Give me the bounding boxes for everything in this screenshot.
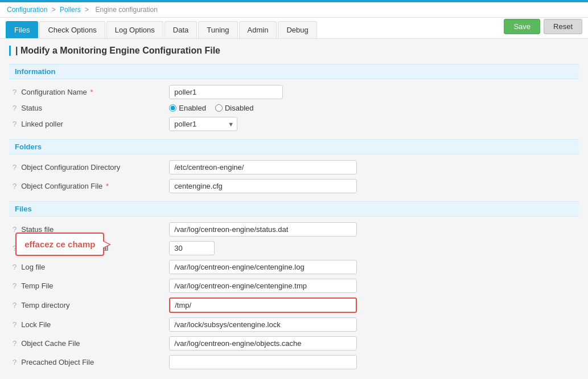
section-files-header: Files (9, 201, 579, 217)
input-config-name[interactable] (169, 85, 283, 99)
row-status: ? Status Enabled Disabled (9, 104, 579, 112)
row-config-name: ? Configuration Name * (9, 85, 579, 99)
tab-check-options[interactable]: Check Options (39, 21, 105, 38)
label-linked-poller: Linked poller (21, 120, 169, 128)
help-icon-log-file: ? (13, 263, 17, 271)
row-obj-config-file: ? Object Configuration File * (9, 179, 579, 193)
row-precached-object-file: ? Precached Object File (9, 355, 579, 369)
breadcrumb-configuration[interactable]: Configuration (7, 6, 47, 14)
row-temp-directory: ? Temp directory (9, 298, 579, 313)
label-temp-file: Temp File (21, 282, 169, 290)
section-files: Files ? Status file ? Status File Update… (9, 201, 579, 369)
page-title: | Modify a Monitoring Engine Configurati… (9, 46, 579, 56)
label-precached-object-file: Precached Object File (21, 358, 169, 366)
radio-disabled-input[interactable] (215, 104, 223, 112)
breadcrumb-pollers[interactable]: Pollers (60, 6, 81, 14)
status-radio-group: Enabled Disabled (169, 104, 253, 112)
radio-disabled[interactable]: Disabled (215, 104, 254, 112)
input-status-file[interactable] (169, 222, 357, 237)
tab-files[interactable]: Files (6, 21, 38, 38)
help-icon-config-name: ? (13, 88, 17, 96)
tabs: Files Check Options Log Options Data Tun… (6, 18, 317, 38)
radio-enabled[interactable]: Enabled (169, 104, 206, 112)
section-information: Information ? Configuration Name * ? Sta… (9, 64, 579, 131)
breadcrumb: Configuration > Pollers > Engine configu… (0, 2, 588, 18)
linked-poller-wrapper: poller1 ▼ (169, 117, 237, 131)
input-obj-config-file[interactable] (169, 179, 357, 193)
row-lock-file: ? Lock File (9, 317, 579, 332)
input-status-update-interval[interactable] (169, 241, 215, 255)
row-object-cache-file: ? Object Cache File (9, 336, 579, 351)
breadcrumb-sep2: > (85, 6, 91, 14)
select-linked-poller[interactable]: poller1 (169, 117, 237, 131)
tab-tuning[interactable]: Tuning (198, 21, 237, 38)
help-icon-lock-file: ? (13, 320, 17, 329)
tab-actions: Save Reset (504, 19, 582, 38)
reset-button[interactable]: Reset (544, 19, 582, 34)
breadcrumb-sep1: > (52, 6, 57, 14)
help-icon-linked-poller: ? (13, 120, 17, 128)
label-status: Status (21, 104, 169, 112)
callout-container: effacez ce champ (169, 241, 215, 255)
row-log-file: ? Log file (9, 260, 579, 274)
tab-log-options[interactable]: Log Options (106, 21, 163, 38)
label-log-file: Log file (21, 263, 169, 271)
input-log-file[interactable] (169, 260, 357, 274)
label-obj-config-file: Object Configuration File * (21, 182, 169, 190)
input-precached-object-file[interactable] (169, 355, 357, 369)
label-temp-directory: Temp directory (21, 301, 169, 309)
help-icon-obj-config-file: ? (13, 182, 17, 190)
help-icon-object-cache-file: ? (13, 339, 17, 348)
help-icon-temp-directory: ? (13, 301, 17, 309)
label-object-cache-file: Object Cache File (21, 339, 169, 348)
page-content: | Modify a Monitoring Engine Configurati… (0, 39, 588, 379)
row-linked-poller: ? Linked poller poller1 ▼ (9, 117, 579, 131)
input-obj-config-dir[interactable] (169, 160, 357, 174)
label-lock-file: Lock File (21, 320, 169, 329)
label-obj-config-dir: Object Configuration Directory (21, 163, 169, 172)
section-information-header: Information (9, 64, 579, 79)
tab-admin[interactable]: Admin (239, 21, 277, 38)
help-icon-temp-file: ? (13, 282, 17, 290)
help-icon-obj-config-dir: ? (13, 163, 17, 172)
breadcrumb-current: Engine configuration (95, 6, 157, 14)
row-obj-config-dir: ? Object Configuration Directory (9, 160, 579, 174)
section-folders-header: Folders (9, 139, 579, 154)
row-temp-file: ? Temp File (9, 279, 579, 293)
row-status-update-interval: ? Status File Update Interval effacez ce… (9, 241, 579, 255)
help-icon-status: ? (13, 104, 17, 112)
input-object-cache-file[interactable] (169, 336, 357, 351)
tab-debug[interactable]: Debug (278, 21, 316, 38)
input-temp-directory[interactable] (169, 298, 357, 313)
help-icon-precached-object-file: ? (13, 358, 17, 366)
tab-data[interactable]: Data (165, 21, 197, 38)
input-temp-file[interactable] (169, 279, 357, 293)
input-lock-file[interactable] (169, 317, 357, 332)
tabs-bar: Files Check Options Log Options Data Tun… (0, 18, 588, 39)
save-button[interactable]: Save (504, 19, 540, 34)
radio-enabled-input[interactable] (169, 104, 176, 112)
label-config-name: Configuration Name * (21, 88, 169, 96)
callout-tooltip: effacez ce champ (15, 233, 104, 256)
section-folders: Folders ? Object Configuration Directory… (9, 139, 579, 193)
